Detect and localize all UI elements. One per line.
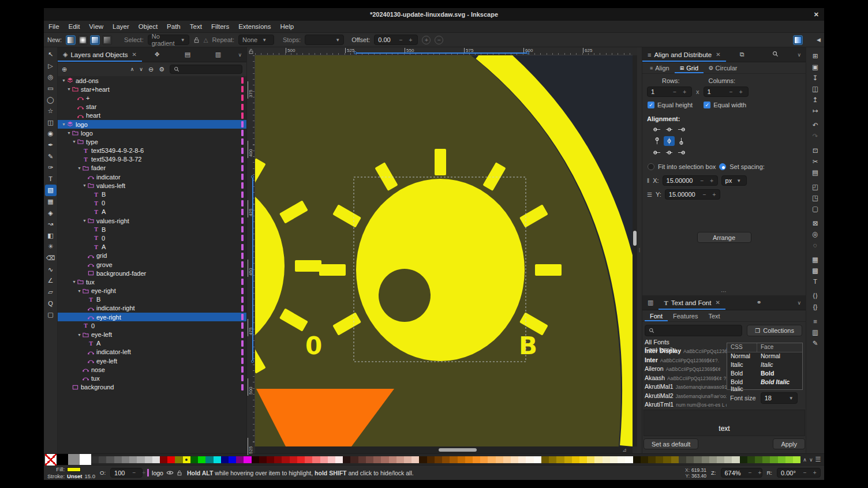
palette-swatch[interactable] xyxy=(702,456,709,463)
pages-tool-icon[interactable]: ▢ xyxy=(45,309,57,321)
lock-gradient-icon[interactable] xyxy=(193,37,200,43)
expander-icon[interactable]: ▼ xyxy=(77,333,82,337)
palette-swatch[interactable] xyxy=(259,456,267,463)
chevron-down-icon[interactable]: ∨ xyxy=(233,52,246,58)
palette-swatch[interactable] xyxy=(373,456,381,463)
large-swatch[interactable] xyxy=(57,454,68,466)
redo-icon[interactable]: ↷ xyxy=(810,130,821,141)
canvas-rotation-widget[interactable]: ⊿ xyxy=(622,447,627,453)
minus-button[interactable]: − xyxy=(130,470,137,476)
ellipse-tool-icon[interactable]: ◯ xyxy=(45,94,57,106)
css-editor-icon[interactable]: {} xyxy=(810,301,821,312)
palette-swatch[interactable] xyxy=(91,456,99,463)
palette-swatch[interactable] xyxy=(427,456,435,463)
dropper-tool-icon[interactable]: ◈ xyxy=(45,207,57,219)
menu-item-help[interactable]: Help xyxy=(275,21,298,32)
eye-right-pupil[interactable] xyxy=(379,269,431,322)
palette-swatch[interactable] xyxy=(740,456,747,463)
zoom-selection-icon[interactable]: ◳ xyxy=(810,192,821,203)
docked-tab-icons[interactable]: ⧉ xyxy=(726,51,793,58)
expander-icon[interactable]: ▼ xyxy=(77,289,82,293)
palette-swatch[interactable] xyxy=(419,456,426,463)
eraser-tool-icon[interactable]: ⌫ xyxy=(45,253,57,264)
palette-swatch[interactable] xyxy=(297,456,305,463)
expander-icon[interactable]: ▼ xyxy=(61,78,66,82)
palette-swatch[interactable] xyxy=(190,456,198,463)
stops-dropdown[interactable]: ▼ xyxy=(305,35,344,45)
equal-height-checkbox[interactable]: ✓ xyxy=(648,102,654,108)
paste-icon[interactable]: ▤ xyxy=(810,167,821,178)
duplicate-icon[interactable]: ⊠ xyxy=(810,217,821,228)
anchor-cell-0-2[interactable] xyxy=(676,125,687,134)
palette-swatch[interactable] xyxy=(785,456,793,463)
palette-swatch[interactable] xyxy=(694,456,701,463)
tree-row[interactable]: TB xyxy=(58,225,246,234)
palette-swatch[interactable] xyxy=(343,456,350,463)
palette-swatch[interactable] xyxy=(503,456,511,463)
font-style-item[interactable]: Bold ItalicBold Italic xyxy=(727,378,802,387)
palette-swatch[interactable] xyxy=(122,456,129,463)
palette-swatch[interactable] xyxy=(450,456,457,463)
expander-icon[interactable]: ▼ xyxy=(66,87,72,91)
font-size-dropdown[interactable]: 18 ▼ xyxy=(761,392,798,404)
x-spacing-spinbox[interactable]: 15.00000 −+ xyxy=(663,175,718,186)
gradient-on-stroke-button[interactable] xyxy=(102,35,112,45)
horizontal-scrollbar-thumb[interactable] xyxy=(439,448,477,452)
rectangle-tool-icon[interactable]: ▭ xyxy=(45,83,57,95)
tree-row[interactable]: tux xyxy=(58,374,246,382)
open-document-icon[interactable]: ▣ xyxy=(810,61,821,72)
anchor-cell-2-1[interactable] xyxy=(664,148,675,157)
font-family-item[interactable]: InterAaBbCcIiPpQq12369$€¢?. xyxy=(645,356,727,366)
minus-button[interactable]: − xyxy=(398,37,405,43)
palette-swatch[interactable] xyxy=(686,456,694,463)
expander-icon[interactable]: ▼ xyxy=(72,140,77,144)
tree-row[interactable]: T0 xyxy=(58,199,246,208)
palette-swatch[interactable] xyxy=(129,456,137,463)
font-family-item[interactable]: AkrutiMal1Jas6emanqiunawaso912 xyxy=(645,383,727,392)
anchor-cell-0-1[interactable] xyxy=(664,125,675,134)
font-family-item[interactable]: AkaashAaBbCcIiPpQq12369$€¢ ?.)( xyxy=(645,374,727,384)
palette-swatch[interactable] xyxy=(396,456,404,463)
font-family-list[interactable]: Inter DisplayAaBbCcIiPpQq1236InterAaBbCc… xyxy=(645,347,727,410)
collections-button[interactable]: ❒ Collections xyxy=(747,325,802,336)
palette-swatch[interactable] xyxy=(305,456,312,463)
swatches-tab-icon[interactable]: ❖ xyxy=(154,51,160,58)
zoom-tool-icon[interactable]: Q xyxy=(45,298,57,309)
unlink-clone-icon[interactable]: ◌ xyxy=(810,239,821,250)
vertical-scrollbar-thumb[interactable] xyxy=(633,231,637,246)
close-tab-icon[interactable]: ✕ xyxy=(132,51,137,58)
label-B[interactable]: B xyxy=(519,332,537,360)
expander-icon[interactable]: ▼ xyxy=(82,219,87,223)
anchor-cell-0-0[interactable] xyxy=(652,125,663,134)
document-properties-icon[interactable]: ▥ xyxy=(810,326,821,337)
tree-row[interactable]: T0 xyxy=(58,321,246,330)
palette-swatch[interactable] xyxy=(229,456,236,463)
palette-swatch[interactable] xyxy=(679,456,686,463)
tree-row[interactable]: heart xyxy=(58,111,246,120)
preferences-icon[interactable]: ✎ xyxy=(810,337,821,348)
font-family-item[interactable]: AkrutiMal2Jas6emanqiuna®ae'oo123 xyxy=(645,392,727,401)
tree-row[interactable]: ▼eye-right xyxy=(58,287,246,295)
pencil-tool-icon[interactable]: ✎ xyxy=(45,151,57,162)
tree-row[interactable]: eye-right xyxy=(58,313,246,321)
palette-swatch[interactable] xyxy=(671,456,679,463)
tree-row[interactable]: grove xyxy=(58,260,246,269)
tab-text-and-font[interactable]: T Text and Font ✕ xyxy=(659,295,725,310)
tree-row[interactable]: ▼values-right xyxy=(58,216,246,225)
window-tab-icon[interactable]: ⧉ xyxy=(740,51,744,58)
anchor-cell-1-0[interactable] xyxy=(652,136,663,146)
search-tab-icon[interactable] xyxy=(772,51,779,58)
export-image-icon[interactable]: ↦ xyxy=(810,105,821,116)
tree-row[interactable]: + xyxy=(58,93,246,102)
menu-item-object[interactable]: Object xyxy=(134,21,162,32)
palette-swatch[interactable] xyxy=(480,456,488,463)
tab-layers-and-objects[interactable]: ◈ Layers and Objects ✕ xyxy=(58,47,142,62)
add-layer-button[interactable]: ⊕ xyxy=(62,66,67,73)
tree-row[interactable]: ▼logo xyxy=(58,120,246,129)
palette-swatch[interactable] xyxy=(274,456,282,463)
anchor-cell-2-2[interactable] xyxy=(676,148,687,157)
chevron-down-icon[interactable]: ∨ xyxy=(792,52,806,58)
palette-swatch[interactable] xyxy=(496,456,503,463)
plus-button[interactable]: + xyxy=(407,37,414,43)
palette-swatch[interactable] xyxy=(641,456,648,463)
